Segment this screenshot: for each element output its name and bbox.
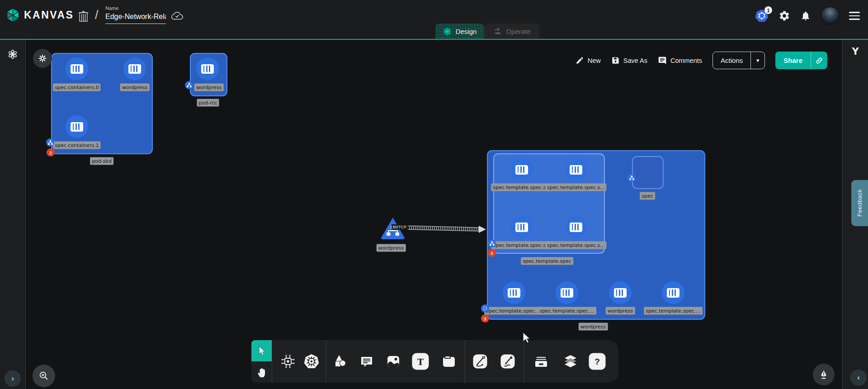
image-tool-button[interactable]	[385, 353, 401, 370]
gear-asterisk-icon	[38, 54, 47, 62]
canvas-toolbar: T	[251, 340, 618, 383]
layers-tool-button[interactable]	[562, 353, 579, 370]
pen-path-icon	[472, 353, 489, 370]
container-node[interactable]	[510, 158, 533, 181]
container-node[interactable]	[510, 216, 533, 238]
designs-spiral-icon[interactable]	[7, 49, 18, 60]
left-rail: ›	[0, 40, 26, 389]
node-spec[interactable]	[632, 156, 664, 189]
pan-tool-button[interactable]	[251, 361, 272, 383]
canvas-gear-button[interactable]	[33, 49, 52, 68]
select-tool-button[interactable]	[251, 340, 272, 361]
text-T-icon: T	[412, 353, 429, 370]
magnifier-plus-icon	[38, 370, 49, 381]
logo[interactable]: KANVAS	[5, 8, 74, 23]
organization-icon[interactable]	[78, 10, 89, 23]
tab-design-label: Design	[456, 28, 477, 35]
user-avatar[interactable]	[821, 7, 839, 25]
error-count-badge[interactable]: 2	[47, 148, 55, 157]
freehand-tool-button[interactable]	[500, 353, 516, 370]
kubernetes-tool-button[interactable]	[303, 353, 320, 370]
node-label: spec	[640, 192, 655, 200]
container-node[interactable]	[662, 281, 684, 304]
relationship-badge-icon[interactable]	[185, 81, 193, 89]
chevron-left-icon: ‹	[857, 373, 860, 382]
settings-gear-icon[interactable]	[778, 10, 790, 22]
name-label: Name	[105, 5, 166, 11]
chevron-right-icon: ›	[11, 374, 14, 383]
new-button[interactable]: New	[576, 56, 601, 65]
toolbar-divider	[272, 340, 272, 383]
error-count-badge[interactable]: 3	[481, 314, 489, 323]
container-icon	[561, 288, 573, 298]
expand-right-panel-button[interactable]: ‹	[850, 370, 867, 386]
node-label: wordpress	[194, 84, 224, 91]
breadcrumb-separator: /	[95, 8, 99, 22]
container-icon	[201, 64, 214, 74]
relationship-badge-icon[interactable]	[627, 174, 636, 182]
text-tool-button[interactable]: T	[412, 353, 429, 370]
help-tool-button[interactable]: ?	[589, 353, 606, 370]
node-label: spec.template.spec....	[644, 307, 703, 315]
caret-down-icon[interactable]: ▾	[751, 52, 764, 69]
comments-button[interactable]: Comments	[658, 56, 702, 65]
annotation-badge-icon[interactable]	[481, 304, 489, 313]
autosave-cloud-icon	[170, 11, 184, 21]
note-tool-button[interactable]	[441, 353, 457, 370]
tab-design[interactable]: Design	[435, 24, 484, 39]
node-label: spec.template.spec.s...	[545, 242, 606, 249]
pen-tool-button[interactable]	[472, 353, 489, 370]
mode-tabs: Design Operate	[435, 24, 539, 39]
container-icon	[128, 64, 141, 74]
node-label: wordpress	[606, 307, 635, 315]
tab-operate[interactable]: Operate	[484, 24, 539, 39]
relationship-badge-icon[interactable]	[46, 138, 54, 147]
notifications-bell-icon[interactable]	[800, 10, 811, 22]
kubernetes-context-button[interactable]: 1	[755, 9, 769, 23]
chip-icon	[280, 354, 296, 369]
container-node[interactable]	[565, 158, 587, 181]
edge-service-to-deployment[interactable]	[404, 223, 488, 234]
shapes-tool-button[interactable]	[332, 354, 348, 369]
container-node[interactable]	[609, 281, 632, 304]
design-pen-button[interactable]	[813, 364, 835, 385]
kanvas-logo-icon	[5, 8, 20, 23]
group-spec-template-spec[interactable]	[493, 153, 605, 254]
container-icon	[570, 223, 582, 232]
container-node-spec-containers-0[interactable]	[66, 57, 88, 80]
zoom-button[interactable]	[33, 365, 55, 387]
container-node-wordpress[interactable]	[123, 57, 146, 80]
container-icon	[508, 288, 520, 298]
top-bar: KANVAS / Name	[0, 0, 868, 39]
operate-people-icon	[493, 27, 502, 36]
container-node-wordpress-rcc[interactable]	[196, 57, 219, 80]
container-node-spec-containers-1[interactable]	[66, 115, 88, 138]
container-node[interactable]	[565, 216, 587, 238]
comments-label: Comments	[670, 57, 702, 64]
design-spiral-icon	[443, 27, 452, 36]
container-node[interactable]	[503, 281, 525, 304]
expand-left-panel-button[interactable]: ›	[5, 370, 21, 387]
link-icon[interactable]	[811, 52, 827, 69]
container-icon	[71, 122, 83, 132]
node-label: wordpress	[377, 244, 406, 252]
component-tool-button[interactable]	[280, 354, 296, 369]
kubernetes-wheel-icon	[303, 353, 320, 370]
actions-button[interactable]: Actions ▾	[712, 52, 765, 69]
validate-y-icon[interactable]: Y	[852, 46, 859, 57]
design-name-input[interactable]	[105, 13, 166, 24]
share-button[interactable]: Share	[775, 52, 827, 69]
save-as-button[interactable]: Save As	[611, 56, 647, 65]
edge-port-label: 80/TCP	[392, 224, 408, 230]
menu-hamburger-icon[interactable]	[849, 10, 860, 22]
error-count-badge[interactable]: 3	[488, 249, 496, 257]
drawer-tool-button[interactable]	[533, 354, 549, 369]
toolbar-divider	[524, 340, 524, 383]
question-mark-icon: ?	[589, 353, 606, 370]
relationship-badge-icon[interactable]	[488, 239, 496, 247]
feedback-tab[interactable]: Feedback	[851, 180, 868, 226]
container-node[interactable]	[556, 281, 578, 304]
comment-tool-button[interactable]	[359, 354, 374, 369]
toolbar-divider	[465, 340, 465, 383]
node-label: wordpress	[120, 84, 150, 91]
